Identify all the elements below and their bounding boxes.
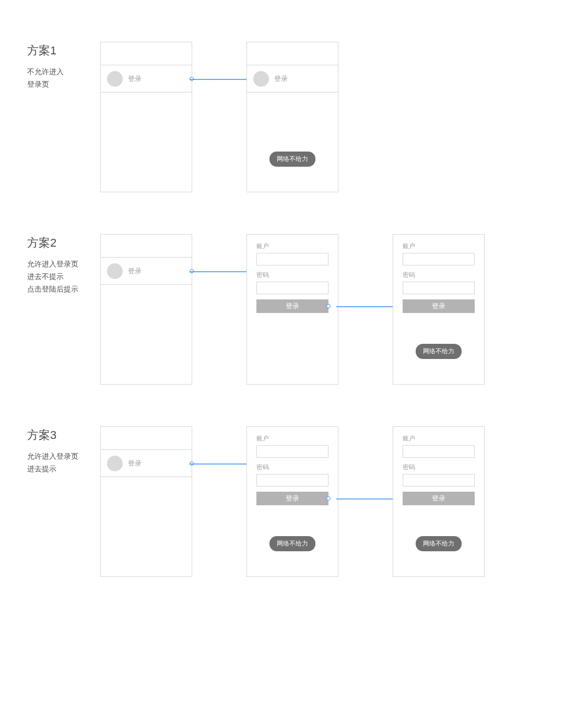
plan-2-desc: 允许进入登录页 进去不提示 点击登陆后提示 xyxy=(27,258,100,295)
plan-1-desc: 不允许进入 登录页 xyxy=(27,66,100,91)
phone-header xyxy=(101,42,192,65)
account-input[interactable] xyxy=(256,253,328,265)
plan-3-desc: 允许进入登录页 进去提示 xyxy=(27,450,100,476)
network-toast: 网络不给力 xyxy=(269,152,315,167)
account-label: 账户 xyxy=(403,434,475,443)
plan-3-label: 方案3 允许进入登录页 进去提示 xyxy=(27,426,100,476)
password-input[interactable] xyxy=(403,474,475,486)
login-form: 账户 密码 登录 xyxy=(247,427,338,505)
login-row[interactable]: 登录 xyxy=(247,65,338,92)
account-input[interactable] xyxy=(256,445,328,458)
password-label: 密码 xyxy=(403,271,475,280)
avatar-icon xyxy=(253,71,269,87)
plan-3-title: 方案3 xyxy=(27,427,100,443)
phone-header xyxy=(101,235,192,258)
account-label: 账户 xyxy=(256,242,328,251)
avatar-icon xyxy=(107,71,123,87)
login-row[interactable]: 登录 xyxy=(101,258,192,285)
plan-2-screens: 登录 账户 密码 登录 xyxy=(100,234,485,385)
login-label: 登录 xyxy=(128,74,142,84)
plan-3-row: 方案3 允许进入登录页 进去提示 登录 账户 密码 xyxy=(27,426,588,577)
login-label: 登录 xyxy=(128,266,142,276)
plan-3-screen-c: 账户 密码 登录 网络不给力 xyxy=(393,426,485,577)
login-button[interactable]: 登录 xyxy=(256,492,328,505)
login-form: 账户 密码 登录 xyxy=(393,235,484,313)
arrow-origin-dot xyxy=(326,304,331,308)
password-label: 密码 xyxy=(256,271,328,280)
plan-2-title: 方案2 xyxy=(27,235,100,251)
phone-header xyxy=(101,427,192,450)
plan-3-screen-a: 登录 xyxy=(100,426,192,577)
phone-header xyxy=(247,42,338,65)
account-label: 账户 xyxy=(256,434,328,443)
login-label: 登录 xyxy=(274,74,288,84)
plan-1-label: 方案1 不允许进入 登录页 xyxy=(27,42,100,91)
login-button[interactable]: 登录 xyxy=(403,299,475,313)
password-label: 密码 xyxy=(256,463,328,472)
plan-1-screen-b: 登录 网络不给力 xyxy=(246,42,338,192)
plan-2-label: 方案2 允许进入登录页 进去不提示 点击登陆后提示 xyxy=(27,234,100,295)
plan-2-row: 方案2 允许进入登录页 进去不提示 点击登陆后提示 登录 账户 xyxy=(27,234,588,385)
login-button[interactable]: 登录 xyxy=(256,299,328,313)
password-input[interactable] xyxy=(256,474,328,486)
account-input[interactable] xyxy=(403,253,475,265)
password-input[interactable] xyxy=(403,282,475,294)
plan-1-title: 方案1 xyxy=(27,43,100,59)
plan-2-screen-b: 账户 密码 登录 xyxy=(246,234,338,385)
plan-3-screens: 登录 账户 密码 登录 网络不给力 xyxy=(100,426,485,577)
login-button[interactable]: 登录 xyxy=(403,492,475,505)
login-label: 登录 xyxy=(128,459,142,468)
plan-2-screen-a: 登录 xyxy=(100,234,192,385)
login-row[interactable]: 登录 xyxy=(101,450,192,477)
plan-1-row: 方案1 不允许进入 登录页 登录 登录 xyxy=(27,42,588,192)
password-label: 密码 xyxy=(403,463,475,472)
network-toast: 网络不给力 xyxy=(269,536,315,551)
plan-1-screens: 登录 登录 网络不给力 xyxy=(100,42,338,192)
network-toast: 网络不给力 xyxy=(416,344,462,359)
plan-1-screen-a: 登录 xyxy=(100,42,192,192)
account-input[interactable] xyxy=(403,445,475,458)
login-row[interactable]: 登录 xyxy=(101,65,192,92)
arrow-origin-dot xyxy=(326,496,331,501)
login-form: 账户 密码 登录 xyxy=(247,235,338,313)
avatar-icon xyxy=(107,456,123,471)
login-form: 账户 密码 登录 xyxy=(393,427,484,505)
plan-2-screen-c: 账户 密码 登录 网络不给力 xyxy=(393,234,485,385)
network-toast: 网络不给力 xyxy=(416,536,462,551)
avatar-icon xyxy=(107,263,123,279)
plan-3-screen-b: 账户 密码 登录 网络不给力 xyxy=(246,426,338,577)
account-label: 账户 xyxy=(403,242,475,251)
password-input[interactable] xyxy=(256,282,328,294)
